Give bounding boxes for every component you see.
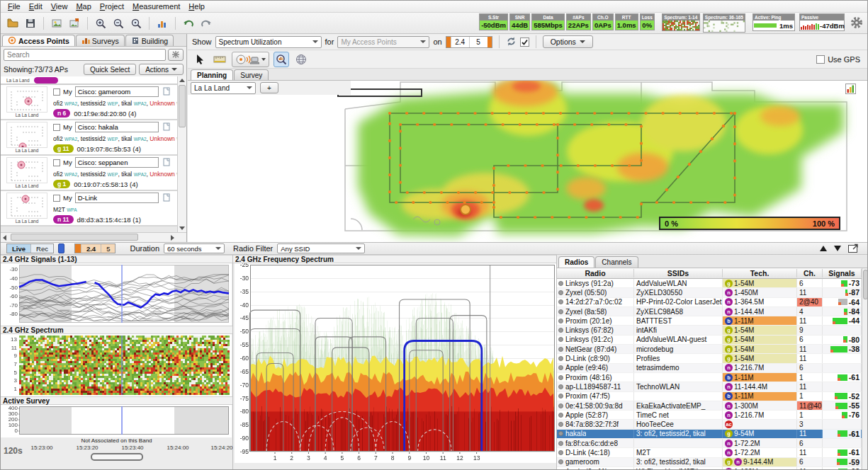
band-2-4-button[interactable]: 2.4 — [451, 37, 469, 47]
table-row[interactable]: 0e:41:58:00:9a:8dEkaEkaActivateEMP_n1-30… — [557, 401, 868, 411]
spectrum-preview-badge[interactable]: Spectrum: 36-165 — [703, 13, 745, 33]
menu-item-help[interactable]: Help — [184, 1, 209, 11]
scroll-up-icon[interactable] — [179, 79, 185, 82]
visualization-select[interactable]: Spectrum Utilization — [215, 36, 322, 48]
tab-channels[interactable]: Channels — [595, 256, 638, 268]
pointer-tool-icon[interactable] — [192, 52, 208, 67]
scrollbar-thumb[interactable] — [11, 234, 138, 241]
tab-access-points[interactable]: Access Points — [2, 35, 75, 46]
table-row[interactable]: 84:7a:88:32:7f:3fHooTeeCeeac3 — [557, 420, 868, 429]
rec-button[interactable]: Rec — [30, 244, 53, 253]
table-row[interactable]: Proxim (20:1e)BATTTESTb1-11M11-44 — [557, 316, 868, 326]
menu-item-file[interactable]: File — [4, 1, 25, 11]
zoom-out-icon[interactable] — [111, 16, 126, 31]
ap-list-item[interactable]: La La LandMyofi2 WPA2, testissid2 WEP, t… — [1, 156, 186, 191]
menu-item-measurement[interactable]: Measurement — [128, 1, 184, 11]
image-icon[interactable] — [49, 16, 64, 31]
ap-name-input[interactable] — [75, 157, 159, 168]
signals-chart[interactable] — [1, 263, 232, 326]
spectrum-waterfall[interactable] — [1, 334, 232, 396]
table-row[interactable]: Linksys (67:82)intAKfig1-54M9 — [557, 326, 868, 335]
my-ap-checkbox[interactable] — [53, 88, 60, 96]
frequency-spectrum-chart[interactable] — [235, 263, 556, 463]
band-5-button[interactable]: 5 — [101, 244, 115, 253]
options-button[interactable]: Options — [543, 35, 593, 48]
column-header-signals[interactable]: Signals — [823, 269, 862, 277]
menu-item-map[interactable]: Map — [72, 1, 95, 11]
collapse-panel-icon[interactable] — [820, 246, 827, 251]
ap-list-vertical-scrollbar[interactable] — [177, 76, 186, 232]
ap-name-input[interactable] — [75, 122, 159, 132]
signal-meter-icon[interactable] — [845, 84, 856, 96]
record-indicator[interactable] — [58, 243, 64, 253]
ap-list-item[interactable]: La La LandMyofi2 WPA2, testissid2 WEP, t… — [1, 85, 186, 120]
popout-icon[interactable] — [848, 243, 859, 254]
ap-list-item-partial[interactable]: La La Land — [1, 76, 186, 85]
use-gps-checkbox[interactable] — [816, 55, 825, 64]
radios-table-scrollbar[interactable] — [862, 268, 868, 470]
column-header-radio[interactable]: Radio — [557, 269, 634, 277]
radio-filter-select[interactable]: Any SSID — [277, 243, 365, 253]
ap-list-item[interactable]: La La LandMyM2T WPAn 11d8:d3:a3:15:4c:18… — [1, 191, 186, 227]
time-scrollbar-thumb[interactable] — [91, 453, 143, 461]
menu-item-project[interactable]: Project — [96, 1, 128, 11]
search-input[interactable] — [4, 49, 166, 61]
tab-survey[interactable]: Survey — [234, 69, 269, 80]
refresh-icon[interactable] — [506, 36, 517, 48]
ap-name-input[interactable] — [75, 193, 159, 203]
floor-select[interactable]: La La Land — [191, 82, 256, 94]
quick-select-button[interactable]: Quick Select — [84, 64, 136, 75]
globe-icon[interactable] — [293, 52, 309, 67]
actions-button[interactable]: Actions — [139, 64, 184, 75]
column-header-tech[interactable]: Tech. — [723, 269, 797, 277]
column-header-ch[interactable]: Ch. — [797, 269, 823, 277]
table-row[interactable]: Proxim (47:f5)b1-11M1-52 — [557, 392, 868, 401]
copy-icon[interactable] — [162, 122, 170, 132]
my-ap-checkbox[interactable] — [53, 159, 60, 166]
zoom-in-icon[interactable] — [93, 16, 108, 31]
chart-icon[interactable] — [154, 16, 170, 31]
table-row[interactable]: Apple (e9:46)tetrasimdemon1-216.7M6 — [557, 364, 868, 373]
copy-icon[interactable] — [162, 86, 170, 97]
scroll-left-icon[interactable] — [3, 235, 6, 241]
save-project-icon[interactable] — [23, 16, 38, 31]
scroll-down-icon[interactable] — [179, 227, 185, 230]
table-row[interactable]: Linksys (91:2a)AddValueWLANg1-54M6-73 — [557, 279, 868, 288]
table-row[interactable]: Apple (52:87)TimeC netn1-216.7M1-76 — [557, 411, 868, 420]
live-button[interactable]: Live — [7, 244, 30, 253]
column-header-ssids[interactable]: SSIDs — [634, 269, 723, 277]
expand-panel-icon[interactable] — [834, 246, 841, 251]
table-row[interactable]: ap-LL1894587-11TechnoWLANn11-144.4M11 — [557, 382, 868, 391]
table-row[interactable]: hakala3: ofi2, testissid2, tikalg9-54M11… — [557, 430, 868, 439]
band-2-4-button[interactable]: 2.4 — [81, 244, 101, 253]
table-row[interactable]: D-Link (4c:18)M2Tn1-72.2M11-61 — [557, 448, 868, 457]
table-row[interactable]: fa:8f:ca:6c:dd:e8n1-72.2M6 — [557, 439, 868, 448]
table-row[interactable]: D-Link (c8:90)Profilesg1-54M11 — [557, 354, 868, 363]
table-row[interactable]: Zyxel (8a:58)ZyXELC98A58n1-144.4M4-84 — [557, 307, 868, 316]
spectrum-inspect-icon[interactable] — [274, 52, 289, 67]
zoom-fit-icon[interactable] — [128, 16, 144, 31]
clear-search-button[interactable] — [168, 49, 184, 61]
export-image-icon[interactable] — [67, 16, 82, 31]
redo-icon[interactable] — [198, 16, 214, 31]
undo-icon[interactable] — [181, 16, 196, 31]
add-floor-button[interactable]: + — [260, 82, 278, 93]
spectrum-preview-badge[interactable]: Spectrum: 1-14 — [662, 13, 700, 31]
table-row[interactable]: gameroom3: ofi2, testissid2, tikalgn9-14… — [557, 458, 868, 467]
ap-list-horizontal-scrollbar[interactable] — [1, 232, 186, 241]
scrollbar-thumb[interactable] — [179, 85, 186, 127]
scroll-right-icon[interactable] — [171, 235, 174, 241]
table-row[interactable]: Zyxel (05:50)ZyXELD30550n1-450M11-87 — [557, 288, 868, 297]
tab-building[interactable]: Building — [125, 35, 174, 46]
active-survey-chart[interactable] — [1, 405, 232, 437]
survey-device-button[interactable] — [232, 52, 269, 67]
open-project-icon[interactable] — [5, 16, 21, 31]
ap-filter-select[interactable]: My Access Points — [337, 36, 429, 48]
band-5-button[interactable]: 5 — [469, 37, 487, 47]
table-row[interactable]: Linksys (91:2c)AddValueWLAN-guestg1-54M6… — [557, 336, 868, 345]
menu-item-view[interactable]: View — [47, 1, 72, 11]
auto-refresh-checkbox[interactable] — [520, 38, 529, 47]
ruler-tool-icon[interactable] — [212, 52, 227, 67]
ap-name-input[interactable] — [75, 86, 159, 97]
settings-gear-icon[interactable] — [850, 16, 863, 30]
